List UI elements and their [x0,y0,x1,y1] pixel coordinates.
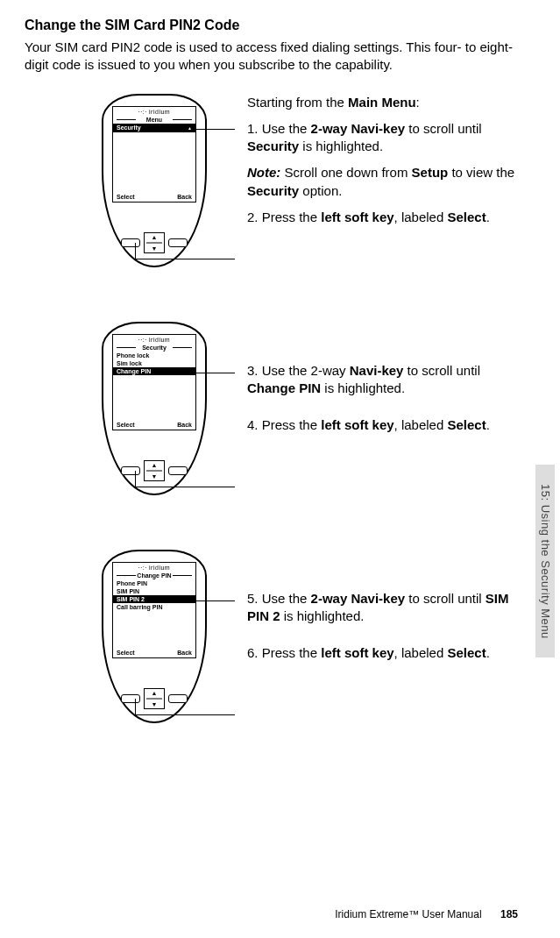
brand-label: iridium [113,337,195,343]
menu-item-label: SIM PIN 2 [117,595,145,603]
menu-item: Phone lock [113,352,195,359]
menu-item: Call barring PIN [113,603,195,611]
softkey-right-label: Back [177,650,192,656]
softkey-right-label: Back [177,422,192,428]
phone-illustration-3: iridium Change PIN Phone PIN SIM PIN SIM… [102,550,207,725]
step-5: 5. Use the 2-way Navi-key to scroll unti… [247,590,518,626]
section-side-tab: 15: Using the Security Menu [535,465,555,657]
page-heading: Change the SIM Card PIN2 Code [25,18,518,33]
page-number: 185 [500,908,518,920]
menu-item: Phone PIN [113,579,195,587]
menu-item-label: Change PIN [117,367,151,375]
brand-label: iridium [113,565,195,571]
step-block-2: iridium Security Phone lock Sim lock Cha… [25,322,518,497]
menu-item: Sim lock [113,359,195,367]
step-3: 3. Use the 2-way Navi-key to scroll unti… [247,362,518,398]
menu-item: SIM PIN [113,587,195,595]
right-soft-key [168,466,188,475]
step-2: 2. Press the left soft key, labeled Sele… [247,209,518,226]
softkey-right-label: Back [177,194,192,200]
note: Note: Scroll one down from Setup to view… [247,164,518,200]
right-soft-key [168,238,188,247]
page-footer: Iridium Extreme™ User Manual 185 [335,908,518,920]
left-soft-key [121,466,140,475]
step-6: 6. Press the left soft key, labeled Sele… [247,644,518,662]
softkey-left-label: Select [117,422,135,428]
phone-illustration-1: iridium Menu Security Select Back [102,94,207,269]
start-line: Starting from the Main Menu: [247,94,518,111]
step-4: 4. Press the left soft key, labeled Sele… [247,416,518,434]
scroll-up-icon [188,124,192,132]
screen-title: Change PIN [113,572,195,579]
brand-label: iridium [113,109,195,115]
phone-illustration-2: iridium Security Phone lock Sim lock Cha… [102,322,207,497]
screen-title: Menu [113,117,195,123]
navi-key [144,688,165,709]
step-block-1: iridium Menu Security Select Back [25,94,518,269]
step-1: 1. Use the 2-way Navi-key to scroll unti… [247,120,518,156]
softkey-left-label: Select [117,194,135,200]
left-soft-key [121,694,140,703]
left-soft-key [121,238,140,247]
right-soft-key [168,694,188,703]
step-block-3: iridium Change PIN Phone PIN SIM PIN SIM… [25,550,518,725]
menu-item-label: Security [117,124,141,131]
menu-item-highlighted: SIM PIN 2 [113,595,195,603]
screen-title: Security [113,345,195,351]
navi-key [144,460,165,481]
softkey-left-label: Select [117,650,135,656]
footer-title: Iridium Extreme™ User Manual [335,908,481,920]
menu-item-highlighted: Change PIN [113,367,195,375]
menu-item-highlighted: Security [113,124,195,132]
side-tab-label: 15: Using the Security Menu [539,484,552,639]
navi-key [144,232,165,253]
intro-paragraph: Your SIM card PIN2 code is used to acces… [25,39,515,75]
